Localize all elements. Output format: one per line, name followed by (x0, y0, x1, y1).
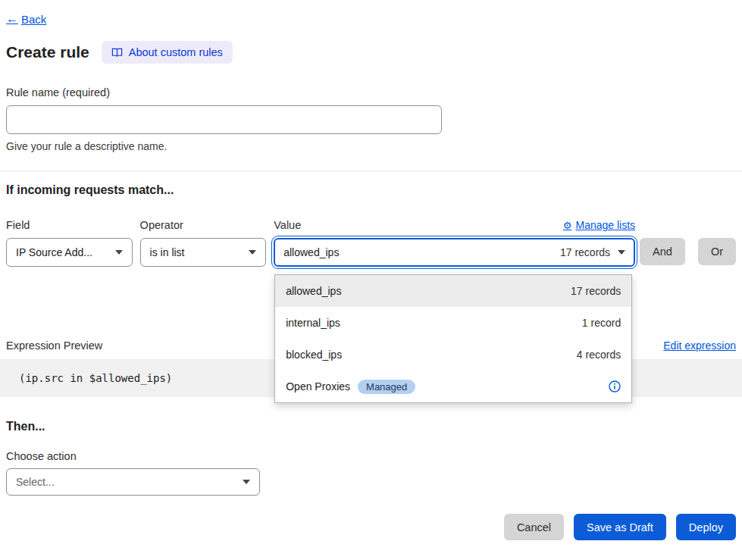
chevron-down-icon (115, 250, 123, 255)
operator-select[interactable]: is in list (140, 238, 267, 267)
footer-actions: Cancel Save as Draft Deploy (6, 514, 736, 540)
about-custom-rules-link[interactable]: About custom rules (102, 41, 233, 64)
cancel-button[interactable]: Cancel (504, 514, 564, 540)
or-button[interactable]: Or (698, 238, 736, 265)
manage-lists-link[interactable]: ⚙ Manage lists (563, 219, 635, 231)
value-column: Value ⚙ Manage lists allowed_ips 17 reco… (274, 218, 635, 267)
page-title: Create rule (6, 43, 89, 61)
back-label: Back (21, 13, 46, 26)
action-select[interactable]: Select... (6, 468, 260, 496)
back-arrow-icon: ← (6, 12, 18, 26)
list-item-allowed-ips[interactable]: allowed_ips 17 records (275, 275, 631, 307)
list-item-name: internal_ips (286, 317, 340, 329)
gear-icon: ⚙ (563, 220, 572, 231)
create-rule-page: ← Back Create rule About custom rules Ru… (0, 0, 742, 540)
edit-expression-link[interactable]: Edit expression (663, 339, 736, 352)
list-item-open-proxies[interactable]: Open Proxies Managed (275, 371, 631, 402)
then-heading: Then... (6, 420, 736, 433)
deploy-button[interactable]: Deploy (676, 514, 736, 540)
match-controls-row: Field IP Source Add... Operator is in li… (6, 218, 736, 267)
chevron-down-icon (618, 250, 625, 255)
manage-lists-label: Manage lists (576, 219, 636, 231)
value-label: Value (274, 219, 301, 231)
info-icon[interactable] (609, 380, 621, 393)
chevron-down-icon (243, 480, 250, 484)
about-badge-label: About custom rules (129, 46, 223, 58)
value-select-meta: 17 records (560, 246, 610, 258)
and-button[interactable]: And (640, 238, 685, 265)
list-item-meta: 4 records (577, 349, 621, 361)
list-item-blocked-ips[interactable]: blocked_ips 4 records (275, 339, 631, 371)
action-select-placeholder: Select... (16, 476, 55, 488)
field-column: Field IP Source Add... (6, 218, 133, 267)
operator-select-value: is in list (150, 246, 185, 258)
book-icon (111, 47, 123, 58)
list-item-name: allowed_ips (286, 285, 341, 297)
chevron-down-icon (249, 250, 256, 255)
match-heading: If incoming requests match... (6, 183, 736, 197)
list-item-name: Open Proxies (286, 380, 350, 393)
rule-name-label: Rule name (required) (6, 86, 736, 99)
section-divider (0, 171, 742, 171)
list-item-internal-ips[interactable]: internal_ips 1 record (275, 307, 631, 339)
choose-action-label: Choose action (6, 450, 736, 462)
list-item-meta: 17 records (571, 285, 621, 297)
field-select[interactable]: IP Source Add... (6, 238, 133, 267)
title-row: Create rule About custom rules (6, 41, 736, 64)
expression-preview-label: Expression Preview (6, 339, 102, 352)
back-link[interactable]: ← Back (6, 12, 46, 26)
field-select-value: IP Source Add... (16, 246, 92, 258)
value-select[interactable]: allowed_ips 17 records (274, 238, 635, 267)
operator-column: Operator is in list (140, 218, 267, 267)
rule-name-helper: Give your rule a descriptive name. (6, 140, 736, 152)
save-as-draft-button[interactable]: Save as Draft (574, 514, 666, 540)
value-dropdown-menu: allowed_ips 17 records internal_ips 1 re… (274, 274, 632, 403)
list-item-meta: 1 record (582, 317, 621, 329)
managed-badge: Managed (358, 380, 415, 394)
value-select-value: allowed_ips (283, 246, 339, 258)
operator-label: Operator (140, 219, 183, 231)
list-item-name: blocked_ips (286, 349, 342, 361)
field-label: Field (6, 219, 30, 231)
rule-name-input[interactable] (6, 105, 442, 134)
